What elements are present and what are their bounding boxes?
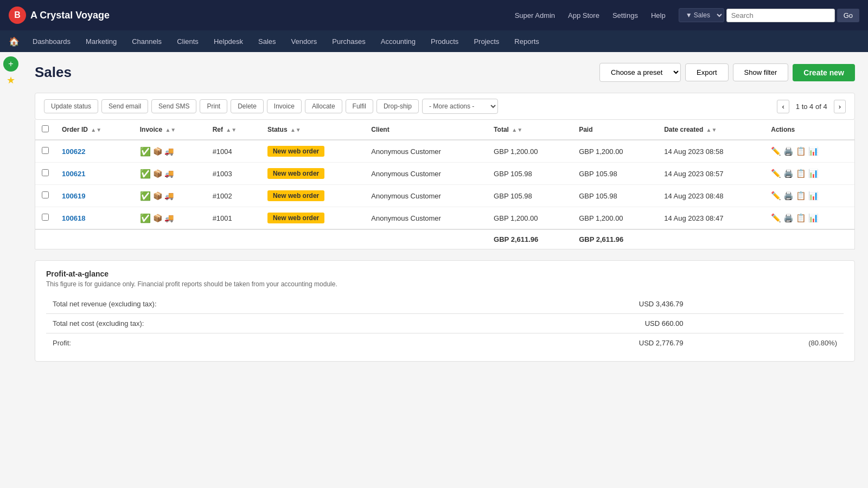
- pagination-next[interactable]: ›: [834, 100, 846, 113]
- allocate-button[interactable]: Allocate: [305, 99, 342, 113]
- row-order-id[interactable]: 100621: [55, 163, 133, 185]
- print-icon[interactable]: 🖨️: [783, 213, 794, 223]
- send-email-button[interactable]: Send email: [101, 99, 148, 113]
- more-icon[interactable]: 📊: [808, 169, 819, 178]
- copy-icon[interactable]: 📋: [796, 191, 806, 201]
- show-filter-button[interactable]: Show filter: [733, 63, 789, 81]
- settings-link[interactable]: Settings: [612, 11, 638, 20]
- row-date: 14 Aug 2023 08:47: [658, 207, 764, 230]
- search-input[interactable]: [726, 9, 835, 22]
- search-button[interactable]: Go: [837, 9, 859, 22]
- profit-value: USD 660.00: [478, 314, 690, 333]
- nav-products[interactable]: Products: [424, 30, 465, 52]
- row-checkbox[interactable]: [35, 207, 55, 230]
- invoice-button[interactable]: Invoice: [267, 99, 302, 113]
- row-status: New web order: [261, 163, 365, 185]
- nav-accounting[interactable]: Accounting: [374, 30, 422, 52]
- super-admin-link[interactable]: Super Admin: [515, 11, 555, 20]
- nav-vendors[interactable]: Vendors: [285, 30, 324, 52]
- brand[interactable]: B A Crystal Voyage: [9, 7, 110, 24]
- home-icon[interactable]: 🏠: [9, 36, 20, 47]
- print-icon[interactable]: 🖨️: [783, 146, 794, 156]
- row-total: GBP 105.98: [487, 163, 572, 185]
- edit-icon[interactable]: ✏️: [771, 169, 781, 178]
- row-paid: GBP 1,200.00: [572, 140, 658, 163]
- brand-icon: B: [9, 7, 26, 24]
- nav-projects[interactable]: Projects: [467, 30, 506, 52]
- row-invoice: ✅ 📦 🚚: [133, 207, 206, 230]
- choose-preset-dropdown[interactable]: Choose a preset: [599, 63, 681, 82]
- nav-clients[interactable]: Clients: [170, 30, 205, 52]
- nav-dashboards[interactable]: Dashboards: [26, 30, 77, 52]
- edit-icon[interactable]: ✏️: [771, 213, 781, 223]
- truck-icon: 🚚: [164, 147, 174, 156]
- row-select-checkbox[interactable]: [42, 147, 49, 154]
- favorites-button[interactable]: ★: [3, 73, 18, 88]
- print-button[interactable]: Print: [200, 99, 227, 113]
- row-checkbox[interactable]: [35, 163, 55, 185]
- col-total[interactable]: Total ▲▼: [487, 120, 572, 140]
- row-select-checkbox[interactable]: [42, 169, 49, 176]
- select-all-checkbox[interactable]: [42, 125, 49, 132]
- more-icon[interactable]: 📊: [808, 213, 819, 223]
- app-store-link[interactable]: App Store: [568, 11, 599, 20]
- row-select-checkbox[interactable]: [42, 214, 49, 221]
- nav-marketing[interactable]: Marketing: [79, 30, 123, 52]
- order-id-link[interactable]: 100622: [62, 147, 85, 156]
- send-sms-button[interactable]: Send SMS: [151, 99, 196, 113]
- create-new-button[interactable]: Create new: [793, 64, 855, 81]
- row-checkbox[interactable]: [35, 140, 55, 163]
- pagination-prev[interactable]: ‹: [777, 100, 789, 113]
- fulfil-button[interactable]: Fulfil: [346, 99, 373, 113]
- col-order-id[interactable]: Order ID ▲▼: [55, 120, 133, 140]
- edit-icon[interactable]: ✏️: [771, 191, 781, 201]
- row-total: GBP 105.98: [487, 185, 572, 207]
- copy-icon[interactable]: 📋: [796, 169, 806, 178]
- edit-icon[interactable]: ✏️: [771, 146, 781, 156]
- row-checkbox[interactable]: [35, 185, 55, 207]
- total-sort: ▲▼: [512, 127, 522, 133]
- print-icon[interactable]: 🖨️: [783, 191, 794, 201]
- row-order-id[interactable]: 100619: [55, 185, 133, 207]
- order-id-link[interactable]: 100618: [62, 214, 85, 222]
- table-row: 100618 ✅ 📦 🚚 #1001 New web order Anonymo…: [35, 207, 854, 230]
- search-scope-dropdown[interactable]: ▼ Sales: [679, 8, 724, 22]
- copy-icon[interactable]: 📋: [796, 213, 806, 223]
- totals-row: GBP 2,611.96 GBP 2,611.96: [35, 229, 854, 249]
- more-icon[interactable]: 📊: [808, 146, 819, 156]
- add-button[interactable]: +: [3, 56, 18, 72]
- col-ref[interactable]: Ref ▲▼: [206, 120, 261, 140]
- select-all-header: [35, 120, 55, 140]
- export-button[interactable]: Export: [685, 63, 729, 81]
- delete-button[interactable]: Delete: [231, 99, 264, 113]
- row-order-id[interactable]: 100618: [55, 207, 133, 230]
- profit-label: Total net cost (excluding tax):: [46, 314, 478, 333]
- col-invoice[interactable]: Invoice ▲▼: [133, 120, 206, 140]
- print-icon[interactable]: 🖨️: [783, 169, 794, 178]
- profit-percent: (80.80%): [690, 333, 844, 353]
- col-status[interactable]: Status ▲▼: [261, 120, 365, 140]
- help-link[interactable]: Help: [651, 11, 666, 20]
- box-icon: 📦: [153, 214, 162, 222]
- row-status: New web order: [261, 185, 365, 207]
- row-total: GBP 1,200.00: [487, 140, 572, 163]
- truck-icon: 🚚: [164, 214, 174, 222]
- row-order-id[interactable]: 100622: [55, 140, 133, 163]
- nav-helpdesk[interactable]: Helpdesk: [207, 30, 250, 52]
- order-id-link[interactable]: 100621: [62, 170, 85, 178]
- drop-ship-button[interactable]: Drop-ship: [376, 99, 419, 113]
- more-actions-dropdown[interactable]: - More actions -: [422, 99, 498, 114]
- update-status-button[interactable]: Update status: [44, 99, 98, 113]
- brand-name: A Crystal Voyage: [30, 10, 110, 21]
- nav-reports[interactable]: Reports: [508, 30, 546, 52]
- nav-channels[interactable]: Channels: [125, 30, 168, 52]
- more-icon[interactable]: 📊: [808, 191, 819, 201]
- nav-purchases[interactable]: Purchases: [326, 30, 372, 52]
- copy-icon[interactable]: 📋: [796, 146, 806, 156]
- row-status: New web order: [261, 207, 365, 230]
- row-select-checkbox[interactable]: [42, 191, 49, 198]
- box-icon: 📦: [153, 169, 162, 178]
- col-date[interactable]: Date created ▲▼: [658, 120, 764, 140]
- order-id-link[interactable]: 100619: [62, 192, 85, 200]
- nav-sales[interactable]: Sales: [252, 30, 283, 52]
